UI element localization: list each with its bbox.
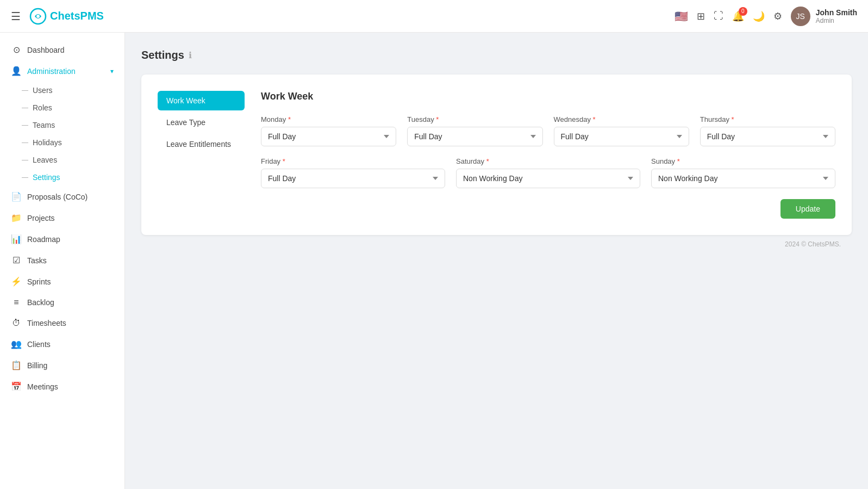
roles-label: Roles (33, 103, 52, 112)
sidebar-item-roles[interactable]: Roles (0, 99, 124, 116)
sidebar-label-billing: Billing (27, 361, 47, 370)
settings-nav-leave-entitlements[interactable]: Leave Entitlements (158, 134, 245, 154)
notification-icon[interactable]: 🔔 0 (732, 10, 744, 22)
settings-card: Work Week Leave Type Leave Entitlements … (141, 75, 852, 235)
sunday-select[interactable]: Full Day Half Day Non Working Day (651, 169, 835, 188)
sidebar-item-proposals[interactable]: 📄 Proposals (CoCo) (0, 186, 124, 207)
sidebar-item-backlog[interactable]: ≡ Backlog (0, 292, 124, 313)
avatar: JS (791, 7, 810, 26)
settings-label: Settings (33, 173, 60, 182)
monday-required: * (288, 115, 291, 123)
friday-group: Friday * Full Day Half Day Non Working D… (261, 157, 445, 188)
sunday-label: Sunday * (651, 157, 835, 165)
backlog-icon: ≡ (11, 298, 22, 307)
work-week-title: Work Week (261, 91, 835, 102)
thursday-group: Thursday * Full Day Half Day Non Working… (700, 115, 835, 146)
sidebar-item-users[interactable]: Users (0, 82, 124, 99)
monday-select[interactable]: Full Day Half Day Non Working Day (261, 127, 396, 146)
logo[interactable]: ChetsPMS (29, 8, 104, 25)
navbar: ☰ ChetsPMS 🇺🇸 ⊞ ⛶ 🔔 0 🌙 ⚙ JS John Smith … (0, 0, 868, 33)
sprints-icon: ⚡ (11, 276, 22, 287)
user-details: John Smith Admin (816, 8, 857, 24)
saturday-label: Saturday * (456, 157, 640, 165)
form-row-1: Monday * Full Day Half Day Non Working D… (261, 115, 835, 146)
sidebar-item-administration[interactable]: 👤 Administration ▾ (0, 60, 124, 82)
layout: ⊙ Dashboard 👤 Administration ▾ Users Rol… (0, 33, 868, 489)
logo-icon (29, 8, 47, 25)
sidebar-item-dashboard[interactable]: ⊙ Dashboard (0, 39, 124, 60)
page-header: Settings ℹ (141, 49, 852, 61)
tuesday-required: * (436, 115, 439, 123)
sidebar-label-backlog: Backlog (27, 298, 54, 307)
user-name: John Smith (816, 8, 857, 17)
sidebar-item-projects[interactable]: 📁 Projects (0, 207, 124, 228)
tuesday-label: Tuesday * (407, 115, 542, 123)
thursday-label: Thursday * (700, 115, 835, 123)
tuesday-select[interactable]: Full Day Half Day Non Working Day (407, 127, 542, 146)
settings-icon[interactable]: ⚙ (773, 10, 782, 22)
sidebar-item-timesheets[interactable]: ⏱ Timesheets (0, 313, 124, 333)
sidebar-label-projects: Projects (27, 214, 55, 222)
sidebar-item-holidays[interactable]: Holidays (0, 134, 124, 151)
footer: 2024 © ChetsPMS. (141, 235, 852, 253)
user-info[interactable]: JS John Smith Admin (791, 7, 857, 26)
theme-icon[interactable]: 🌙 (753, 10, 765, 22)
settings-nav: Work Week Leave Type Leave Entitlements (158, 91, 245, 219)
sidebar: ⊙ Dashboard 👤 Administration ▾ Users Rol… (0, 33, 125, 489)
flag-icon[interactable]: 🇺🇸 (675, 10, 688, 23)
sidebar-label-roadmap: Roadmap (27, 235, 60, 244)
monday-group: Monday * Full Day Half Day Non Working D… (261, 115, 396, 146)
sidebar-label-sprints: Sprints (27, 277, 51, 286)
settings-nav-leave-type[interactable]: Leave Type (158, 113, 245, 132)
info-icon[interactable]: ℹ (189, 50, 192, 60)
sidebar-item-sprints[interactable]: ⚡ Sprints (0, 271, 124, 292)
work-week-content: Work Week Monday * Full Day Half Day Non… (261, 91, 835, 219)
thursday-select[interactable]: Full Day Half Day Non Working Day (700, 127, 835, 146)
hamburger-icon[interactable]: ☰ (11, 10, 21, 23)
fullscreen-icon[interactable]: ⛶ (714, 10, 723, 22)
sunday-group: Sunday * Full Day Half Day Non Working D… (651, 157, 835, 188)
administration-icon: 👤 (11, 66, 22, 76)
sidebar-item-billing[interactable]: 📋 Billing (0, 355, 124, 376)
proposals-icon: 📄 (11, 191, 22, 202)
sidebar-item-tasks[interactable]: ☑ Tasks (0, 250, 124, 271)
holidays-label: Holidays (33, 138, 62, 147)
page-title: Settings (141, 49, 184, 61)
sidebar-label-tasks: Tasks (27, 256, 47, 265)
admin-submenu: Users Roles Teams Holidays Leaves Settin… (0, 82, 124, 186)
friday-required: * (283, 157, 285, 165)
sidebar-item-roadmap[interactable]: 📊 Roadmap (0, 228, 124, 250)
projects-icon: 📁 (11, 213, 22, 223)
billing-icon: 📋 (11, 360, 22, 370)
wednesday-group: Wednesday * Full Day Half Day Non Workin… (554, 115, 689, 146)
sidebar-label-meetings: Meetings (27, 382, 58, 391)
saturday-select[interactable]: Full Day Half Day Non Working Day (456, 169, 640, 188)
sidebar-label-administration: Administration (27, 67, 76, 76)
sidebar-item-teams[interactable]: Teams (0, 116, 124, 134)
settings-layout: Work Week Leave Type Leave Entitlements … (158, 91, 835, 219)
thursday-required: * (732, 115, 734, 123)
leaves-label: Leaves (33, 156, 57, 164)
settings-nav-work-week[interactable]: Work Week (158, 91, 245, 110)
sidebar-item-meetings[interactable]: 📅 Meetings (0, 376, 124, 397)
svg-point-1 (36, 15, 40, 18)
apps-icon[interactable]: ⊞ (697, 10, 705, 22)
main-content: Settings ℹ Work Week Leave Type Leave En… (125, 33, 868, 489)
sunday-required: * (677, 157, 680, 165)
navbar-left: ☰ ChetsPMS (11, 8, 104, 25)
sidebar-label-proposals: Proposals (CoCo) (27, 193, 88, 201)
chevron-down-icon: ▾ (110, 67, 114, 75)
monday-label: Monday * (261, 115, 396, 123)
sidebar-item-leaves[interactable]: Leaves (0, 151, 124, 169)
sidebar-item-clients[interactable]: 👥 Clients (0, 333, 124, 355)
wednesday-select[interactable]: Full Day Half Day Non Working Day (554, 127, 689, 146)
timesheets-icon: ⏱ (11, 318, 22, 328)
form-row-2: Friday * Full Day Half Day Non Working D… (261, 157, 835, 188)
meetings-icon: 📅 (11, 381, 22, 392)
update-button[interactable]: Update (780, 199, 835, 219)
roadmap-icon: 📊 (11, 234, 22, 244)
sidebar-item-settings[interactable]: Settings (0, 169, 124, 186)
users-label: Users (33, 86, 53, 95)
friday-select[interactable]: Full Day Half Day Non Working Day (261, 169, 445, 188)
update-btn-row: Update (261, 199, 835, 219)
